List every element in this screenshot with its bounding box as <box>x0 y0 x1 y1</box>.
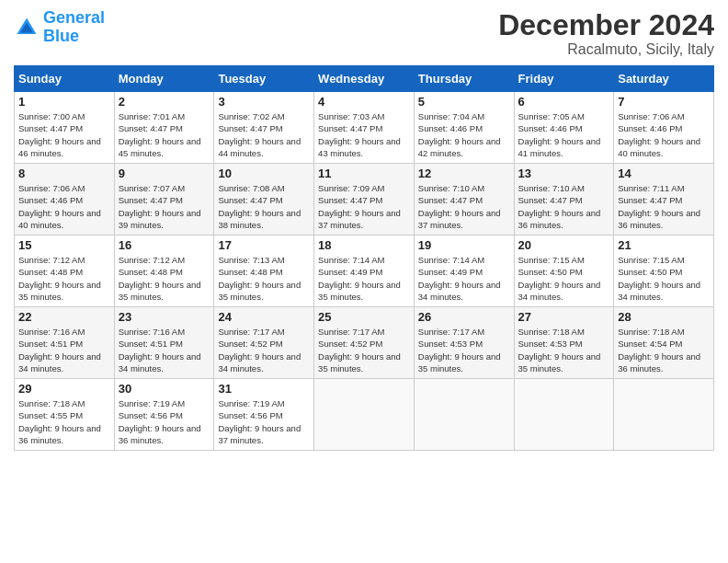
day-info: Sunrise: 7:01 AMSunset: 4:47 PMDaylight:… <box>119 110 210 159</box>
calendar-cell: 14Sunrise: 7:11 AMSunset: 4:47 PMDayligh… <box>614 164 714 236</box>
day-number: 5 <box>418 95 510 109</box>
day-number: 14 <box>618 167 710 180</box>
day-info: Sunrise: 7:16 AMSunset: 4:51 PMDaylight:… <box>18 326 110 374</box>
day-number: 24 <box>218 310 310 324</box>
day-number: 22 <box>18 310 110 324</box>
day-info: Sunrise: 7:12 AMSunset: 4:48 PMDaylight:… <box>119 254 210 303</box>
day-info: Sunrise: 7:18 AMSunset: 4:53 PMDaylight:… <box>518 326 610 374</box>
calendar-cell: 31Sunrise: 7:19 AMSunset: 4:56 PMDayligh… <box>214 379 314 451</box>
calendar-table: SundayMondayTuesdayWednesdayThursdayFrid… <box>14 65 714 451</box>
calendar-cell: 29Sunrise: 7:18 AMSunset: 4:55 PMDayligh… <box>15 379 115 451</box>
day-info: Sunrise: 7:17 AMSunset: 4:53 PMDaylight:… <box>418 326 510 374</box>
calendar-week-row: 1Sunrise: 7:00 AMSunset: 4:47 PMDaylight… <box>15 92 714 164</box>
col-header-tuesday: Tuesday <box>214 66 314 92</box>
calendar-cell: 12Sunrise: 7:10 AMSunset: 4:47 PMDayligh… <box>414 164 514 236</box>
col-header-monday: Monday <box>114 66 214 92</box>
day-number: 7 <box>618 95 710 109</box>
location-title: Racalmuto, Sicily, Italy <box>498 41 714 58</box>
day-number: 15 <box>18 238 110 252</box>
calendar-cell: 23Sunrise: 7:16 AMSunset: 4:51 PMDayligh… <box>114 307 214 379</box>
calendar-cell <box>514 379 614 451</box>
day-info: Sunrise: 7:14 AMSunset: 4:49 PMDaylight:… <box>418 254 510 303</box>
calendar-cell: 18Sunrise: 7:14 AMSunset: 4:49 PMDayligh… <box>314 236 415 307</box>
day-info: Sunrise: 7:09 AMSunset: 4:47 PMDaylight:… <box>318 182 410 231</box>
day-number: 13 <box>518 167 610 180</box>
calendar-cell: 19Sunrise: 7:14 AMSunset: 4:49 PMDayligh… <box>414 236 514 307</box>
calendar-cell: 17Sunrise: 7:13 AMSunset: 4:48 PMDayligh… <box>214 236 314 307</box>
day-number: 12 <box>418 167 510 180</box>
calendar-cell <box>414 379 514 451</box>
day-number: 19 <box>418 238 510 252</box>
day-info: Sunrise: 7:10 AMSunset: 4:47 PMDaylight:… <box>418 182 510 231</box>
calendar-cell: 13Sunrise: 7:10 AMSunset: 4:47 PMDayligh… <box>514 164 614 236</box>
day-info: Sunrise: 7:02 AMSunset: 4:47 PMDaylight:… <box>218 110 310 159</box>
col-header-thursday: Thursday <box>414 66 514 92</box>
calendar-cell: 9Sunrise: 7:07 AMSunset: 4:47 PMDaylight… <box>114 164 214 236</box>
day-number: 17 <box>218 238 310 252</box>
day-info: Sunrise: 7:17 AMSunset: 4:52 PMDaylight:… <box>318 326 410 374</box>
day-number: 8 <box>18 167 110 180</box>
day-info: Sunrise: 7:05 AMSunset: 4:46 PMDaylight:… <box>518 110 610 159</box>
calendar-cell: 27Sunrise: 7:18 AMSunset: 4:53 PMDayligh… <box>514 307 614 379</box>
calendar-cell: 11Sunrise: 7:09 AMSunset: 4:47 PMDayligh… <box>314 164 415 236</box>
day-info: Sunrise: 7:04 AMSunset: 4:46 PMDaylight:… <box>418 110 510 159</box>
calendar-cell: 21Sunrise: 7:15 AMSunset: 4:50 PMDayligh… <box>614 236 714 307</box>
day-info: Sunrise: 7:18 AMSunset: 4:54 PMDaylight:… <box>618 326 710 374</box>
calendar-cell: 10Sunrise: 7:08 AMSunset: 4:47 PMDayligh… <box>214 164 314 236</box>
logo: General Blue <box>14 9 105 46</box>
day-number: 25 <box>318 310 410 324</box>
calendar-cell: 22Sunrise: 7:16 AMSunset: 4:51 PMDayligh… <box>15 307 115 379</box>
day-info: Sunrise: 7:16 AMSunset: 4:51 PMDaylight:… <box>119 326 210 374</box>
day-number: 30 <box>119 382 210 396</box>
calendar-cell: 28Sunrise: 7:18 AMSunset: 4:54 PMDayligh… <box>614 307 714 379</box>
calendar-week-row: 15Sunrise: 7:12 AMSunset: 4:48 PMDayligh… <box>15 236 714 307</box>
day-info: Sunrise: 7:08 AMSunset: 4:47 PMDaylight:… <box>218 182 310 231</box>
calendar-cell: 26Sunrise: 7:17 AMSunset: 4:53 PMDayligh… <box>414 307 514 379</box>
calendar-cell: 3Sunrise: 7:02 AMSunset: 4:47 PMDaylight… <box>214 92 314 164</box>
col-header-wednesday: Wednesday <box>314 66 415 92</box>
logo-text: General Blue <box>43 9 105 46</box>
calendar-cell: 30Sunrise: 7:19 AMSunset: 4:56 PMDayligh… <box>114 379 214 451</box>
day-info: Sunrise: 7:18 AMSunset: 4:55 PMDaylight:… <box>18 397 110 446</box>
calendar-week-row: 8Sunrise: 7:06 AMSunset: 4:46 PMDaylight… <box>15 164 714 236</box>
calendar-cell: 4Sunrise: 7:03 AMSunset: 4:47 PMDaylight… <box>314 92 415 164</box>
calendar-cell: 24Sunrise: 7:17 AMSunset: 4:52 PMDayligh… <box>214 307 314 379</box>
day-info: Sunrise: 7:11 AMSunset: 4:47 PMDaylight:… <box>618 182 710 231</box>
calendar-cell: 20Sunrise: 7:15 AMSunset: 4:50 PMDayligh… <box>514 236 614 307</box>
calendar-cell: 7Sunrise: 7:06 AMSunset: 4:46 PMDaylight… <box>614 92 714 164</box>
day-info: Sunrise: 7:10 AMSunset: 4:47 PMDaylight:… <box>518 182 610 231</box>
day-info: Sunrise: 7:19 AMSunset: 4:56 PMDaylight:… <box>119 397 210 446</box>
logo-line2: Blue <box>43 27 79 45</box>
col-header-saturday: Saturday <box>614 66 714 92</box>
day-number: 20 <box>518 238 610 252</box>
day-number: 27 <box>518 310 610 324</box>
title-block: December 2024 Racalmuto, Sicily, Italy <box>498 9 714 58</box>
calendar-cell <box>614 379 714 451</box>
calendar-cell: 1Sunrise: 7:00 AMSunset: 4:47 PMDaylight… <box>15 92 115 164</box>
day-number: 6 <box>518 95 610 109</box>
calendar-week-row: 29Sunrise: 7:18 AMSunset: 4:55 PMDayligh… <box>15 379 714 451</box>
day-number: 4 <box>318 95 410 109</box>
calendar-cell: 2Sunrise: 7:01 AMSunset: 4:47 PMDaylight… <box>114 92 214 164</box>
calendar-cell: 8Sunrise: 7:06 AMSunset: 4:46 PMDaylight… <box>15 164 115 236</box>
day-number: 18 <box>318 238 410 252</box>
day-number: 26 <box>418 310 510 324</box>
day-info: Sunrise: 7:00 AMSunset: 4:47 PMDaylight:… <box>18 110 110 159</box>
day-info: Sunrise: 7:13 AMSunset: 4:48 PMDaylight:… <box>218 254 310 303</box>
day-number: 23 <box>119 310 210 324</box>
day-info: Sunrise: 7:15 AMSunset: 4:50 PMDaylight:… <box>618 254 710 303</box>
calendar-cell: 5Sunrise: 7:04 AMSunset: 4:46 PMDaylight… <box>414 92 514 164</box>
calendar-cell: 6Sunrise: 7:05 AMSunset: 4:46 PMDaylight… <box>514 92 614 164</box>
month-title: December 2024 <box>498 9 714 41</box>
day-number: 9 <box>119 167 210 180</box>
page-container: General Blue December 2024 Racalmuto, Si… <box>0 0 728 460</box>
logo-line1: General <box>43 8 105 27</box>
logo-icon <box>14 15 40 40</box>
day-info: Sunrise: 7:19 AMSunset: 4:56 PMDaylight:… <box>218 397 310 446</box>
day-number: 29 <box>18 382 110 396</box>
calendar-header-row: SundayMondayTuesdayWednesdayThursdayFrid… <box>15 66 714 92</box>
day-number: 2 <box>119 95 210 109</box>
page-header: General Blue December 2024 Racalmuto, Si… <box>14 9 714 58</box>
day-info: Sunrise: 7:03 AMSunset: 4:47 PMDaylight:… <box>318 110 410 159</box>
day-info: Sunrise: 7:06 AMSunset: 4:46 PMDaylight:… <box>18 182 110 231</box>
